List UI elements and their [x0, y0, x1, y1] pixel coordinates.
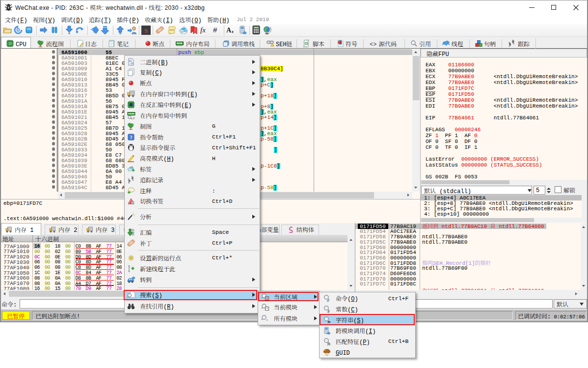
- svg-text:<>: <>: [370, 41, 376, 48]
- svg-text:*: *: [267, 307, 268, 311]
- svg-text:z: z: [232, 29, 234, 34]
- svg-text:32: 32: [8, 42, 12, 45]
- svg-text:A: A: [226, 27, 232, 34]
- svg-text:<>: <>: [305, 42, 308, 45]
- svg-text:10: 10: [131, 62, 134, 64]
- svg-text:S: S: [144, 27, 148, 34]
- svg-text:*: *: [266, 318, 267, 322]
- svg-text:#: #: [327, 309, 330, 313]
- svg-text:!: !: [273, 44, 274, 47]
- svg-text:?: ?: [130, 135, 133, 140]
- svg-text:#: #: [213, 26, 217, 34]
- svg-text:@: @: [133, 116, 135, 119]
- svg-text:01: 01: [132, 233, 134, 236]
- svg-text:fx: fx: [200, 26, 206, 34]
